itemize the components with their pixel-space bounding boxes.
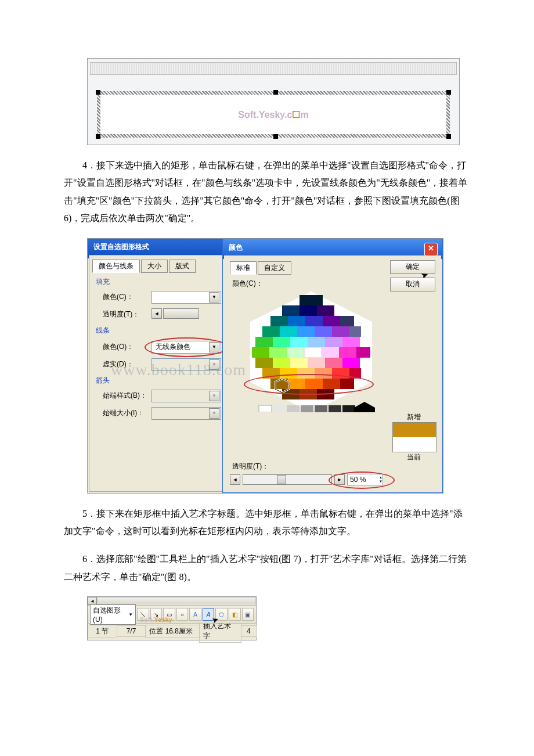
paragraph-step-5: 5．接下来在矩形框中插入艺术字标题。选中矩形框，单击鼠标右键，在弹出的菜单中选择… <box>64 505 470 541</box>
fill-color-dropdown[interactable]: ▼ <box>151 291 221 304</box>
svg-rect-47 <box>300 389 317 399</box>
svg-rect-39 <box>332 368 349 379</box>
resize-handle[interactable] <box>446 90 451 95</box>
clipart-tool-icon[interactable]: ◧ <box>229 608 241 621</box>
autoshapes-menu[interactable]: 自选图形(U) ▼ <box>90 604 136 625</box>
section-fill: 填充 <box>96 277 110 287</box>
svg-rect-43 <box>305 379 323 389</box>
status-position: 位置 16.8厘米 <box>145 625 200 638</box>
svg-rect-7 <box>305 316 323 326</box>
svg-rect-14 <box>332 326 349 337</box>
svg-rect-26 <box>322 347 339 358</box>
cancel-button[interactable]: 取消 <box>390 278 435 291</box>
svg-rect-10 <box>262 326 280 337</box>
tab-custom[interactable]: 自定义 <box>258 261 291 275</box>
transparency-row: ◄ ► 50 % ▲ ▼ <box>230 474 383 485</box>
svg-rect-1 <box>300 295 323 305</box>
svg-rect-22 <box>252 347 269 358</box>
svg-rect-19 <box>308 337 325 347</box>
rectangle-tool-icon[interactable]: ▭ <box>163 608 175 621</box>
color-hexagon-picker[interactable] <box>241 291 392 425</box>
picture-tool-icon[interactable]: ▣ <box>242 608 254 621</box>
ruler <box>90 62 457 75</box>
svg-rect-8 <box>323 316 340 326</box>
label-begin-style: 始端样式(B)： <box>103 391 147 401</box>
resize-handle[interactable] <box>446 134 451 139</box>
svg-rect-9 <box>340 316 354 326</box>
svg-rect-45 <box>340 379 354 389</box>
dashed-dropdown[interactable]: ▼ <box>151 358 221 371</box>
svg-rect-48 <box>317 389 334 399</box>
label-dashed: 虚实(D)： <box>103 359 134 369</box>
transparency-value-spinner[interactable]: 50 % ▲ ▼ <box>347 474 383 485</box>
svg-rect-44 <box>323 379 340 389</box>
status-bar: 1 节 7/7 位置 16.8厘米 插入艺术字 4 <box>88 624 256 639</box>
svg-rect-50 <box>273 405 286 412</box>
ok-button[interactable]: 确定 <box>390 260 435 274</box>
line-color-dropdown[interactable]: 无线条颜色 ▼ <box>151 341 221 354</box>
svg-rect-17 <box>273 337 290 347</box>
svg-rect-24 <box>287 347 304 358</box>
svg-rect-55 <box>342 405 355 412</box>
chevron-down-icon: ▼ <box>209 292 219 303</box>
scroll-right-icon[interactable]: ► <box>334 474 345 485</box>
spin-up-icon[interactable]: ▲ <box>379 476 383 480</box>
scroll-left-icon[interactable]: ◄ <box>151 308 162 319</box>
svg-rect-31 <box>290 358 308 368</box>
scroll-track[interactable] <box>97 597 256 604</box>
svg-rect-54 <box>329 405 341 412</box>
insert-wordart-button[interactable]: A <box>203 608 215 621</box>
transparency-slider[interactable] <box>243 474 332 485</box>
tab-standard[interactable]: 标准 <box>230 261 257 275</box>
tab-color-and-lines[interactable]: 颜色与线条 <box>92 260 140 273</box>
begin-size-dropdown[interactable]: ▼ <box>151 407 221 420</box>
arrow-tool-icon[interactable]: ↘ <box>150 608 163 621</box>
chevron-down-icon: ▼ <box>209 408 219 419</box>
spin-down-icon[interactable]: ▼ <box>379 480 383 484</box>
new-current-swatch: 新增 当前 <box>392 412 435 462</box>
drawing-toolbar: 自选图形(U) ▼ ＼ ↘ ▭ ○ A A ➤ ⬡ ◧ ▣ Soft.Yesky <box>88 606 256 624</box>
svg-rect-32 <box>308 358 325 368</box>
svg-rect-49 <box>259 405 272 412</box>
begin-style-dropdown[interactable]: ▼ <box>151 390 221 402</box>
line-color-value: 无线条颜色 <box>156 342 190 352</box>
svg-rect-53 <box>315 405 327 412</box>
svg-rect-20 <box>325 337 342 347</box>
svg-rect-5 <box>270 316 288 326</box>
close-button[interactable]: ✕ <box>424 243 438 256</box>
textbox-tool-icon[interactable]: A <box>189 608 201 621</box>
svg-rect-12 <box>297 326 315 337</box>
svg-rect-30 <box>273 358 290 368</box>
svg-rect-25 <box>304 347 322 358</box>
diagram-tool-icon[interactable]: ⬡ <box>215 608 228 621</box>
paragraph-step-4: 4．接下来选中插入的矩形，单击鼠标右键，在弹出的菜单中选择"设置自选图形格式"命… <box>64 157 470 228</box>
transparency-scroll[interactable]: ◄ <box>151 308 199 319</box>
section-line: 线条 <box>96 326 110 336</box>
status-section: 1 节 <box>88 625 117 638</box>
tab-size[interactable]: 大小 <box>141 260 168 273</box>
resize-handle[interactable] <box>96 134 100 139</box>
svg-rect-16 <box>255 337 273 347</box>
svg-rect-21 <box>342 337 360 347</box>
slider-thumb[interactable] <box>277 475 286 484</box>
figure-shape-rectangle: Soft.Yesky.c☐m <box>87 58 460 145</box>
oval-tool-icon[interactable]: ○ <box>176 608 189 621</box>
color-swatch <box>392 422 436 452</box>
svg-rect-40 <box>349 368 361 379</box>
svg-rect-36 <box>280 368 297 379</box>
line-tool-icon[interactable]: ＼ <box>137 608 149 621</box>
figure-format-and-color-dialogs: 设置自选图形格式 颜色与线条 大小 版式 填充 颜色(C)： ▼ 透明度(T)：… <box>87 238 443 494</box>
svg-rect-33 <box>325 358 342 368</box>
scroll-track[interactable] <box>163 308 199 319</box>
tab-layout[interactable]: 版式 <box>169 260 196 273</box>
svg-rect-4 <box>317 305 334 316</box>
autoshapes-label: 自选图形(U) <box>93 606 127 624</box>
label-new: 新增 <box>392 412 435 422</box>
status-col: 4 <box>241 625 257 637</box>
resize-handle[interactable] <box>273 90 278 95</box>
resize-handle[interactable] <box>96 90 100 95</box>
inserted-rectangle[interactable]: Soft.Yesky.c☐m <box>97 91 450 138</box>
scroll-left-icon[interactable]: ◄ <box>230 474 240 485</box>
resize-handle[interactable] <box>273 134 278 139</box>
swatch-current-color <box>393 437 436 452</box>
